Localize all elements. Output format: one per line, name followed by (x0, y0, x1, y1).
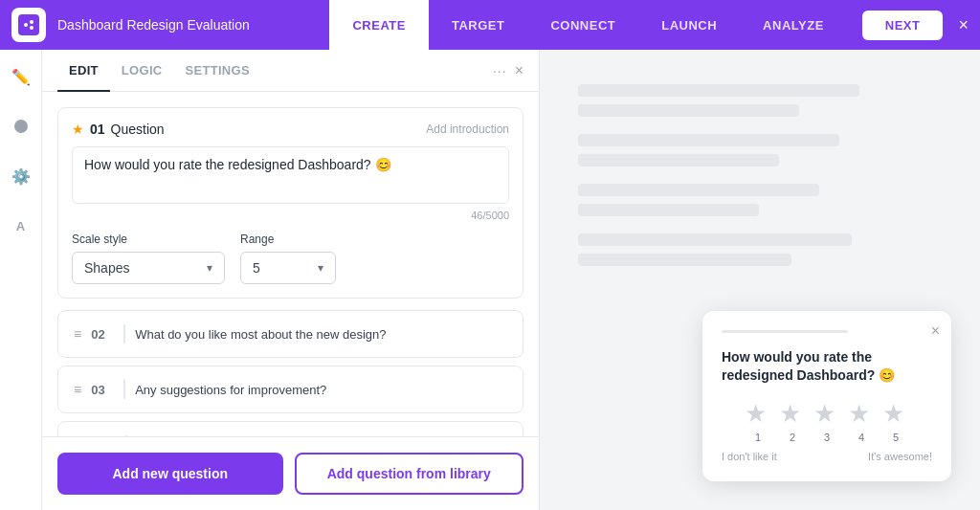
add-new-question-button[interactable]: Add new question (57, 453, 283, 495)
star-2-label: 2 (790, 432, 795, 443)
panel-content: ★ 01 Question Add introduction 46/5000 S… (42, 92, 539, 436)
add-from-library-button[interactable]: Add question from library (295, 453, 524, 495)
question-01-textarea[interactable] (72, 146, 509, 204)
range-chevron: ▾ (318, 261, 323, 275)
svg-point-3 (14, 120, 28, 133)
sidebar-edit-icon[interactable]: ✏️ (6, 61, 36, 92)
q02-number: 02 (91, 327, 114, 342)
main-layout: ✏️ ⚙️ A EDIT LOGIC SETTINGS ··· × (0, 50, 980, 510)
star-1-label: 1 (755, 432, 761, 443)
question-02[interactable]: ≡ 02 What do you like most about the new… (57, 310, 523, 358)
range-group: Range 5 ▾ (240, 233, 336, 284)
add-question-actions: Add new question Add question from libra… (42, 436, 539, 510)
star-2[interactable]: ★ 2 (779, 401, 806, 443)
add-introduction-link[interactable]: Add introduction (426, 122, 509, 136)
scale-controls: Scale style Shapes ▾ Range 5 ▾ (72, 233, 509, 284)
star-4-label: 4 (858, 432, 864, 443)
app-logo (11, 8, 46, 42)
scale-style-value: Shapes (84, 260, 129, 276)
skeleton-line-7 (578, 233, 852, 246)
nav-tab-connect[interactable]: CONNECT (527, 0, 638, 50)
preview-panel: × How would you rate the redesigned Dash… (540, 50, 980, 510)
question-01-type: Question (111, 122, 165, 137)
close-button[interactable]: × (958, 16, 969, 33)
translate-label: A (16, 219, 25, 233)
survey-title: Dashboard Redesign Evaluation (57, 17, 329, 33)
question-03[interactable]: ≡ 03 Any suggestions for improvement? (57, 366, 523, 413)
char-count: 46/5000 (72, 210, 509, 221)
skeleton-lines (540, 69, 980, 281)
top-navigation: Dashboard Redesign Evaluation CREATE TAR… (0, 0, 980, 50)
nav-tab-create[interactable]: CREATE (329, 0, 428, 50)
skeleton-line-8 (578, 254, 791, 266)
star-3[interactable]: ★ 3 (813, 401, 840, 443)
nav-tab-launch[interactable]: LAUNCH (638, 0, 740, 50)
range-value: 5 (253, 260, 260, 276)
scale-style-select[interactable]: Shapes ▾ (72, 252, 225, 284)
q02-icon: ≡ (74, 326, 81, 342)
nav-tab-group: CREATE TARGET CONNECT LAUNCH ANALYZE (329, 0, 846, 50)
question-01-number-group: ★ 01 Question (72, 122, 165, 137)
star-2-shape: ★ (779, 401, 806, 428)
star-1-shape: ★ (745, 401, 771, 428)
next-button[interactable]: NEXT (862, 11, 944, 40)
svg-point-1 (30, 20, 33, 24)
svg-point-0 (24, 23, 28, 27)
rating-label-right: It's awesome! (868, 451, 932, 462)
star-1[interactable]: ★ 1 (745, 401, 771, 443)
range-label: Range (240, 233, 336, 246)
more-options-icon[interactable]: ··· (493, 63, 507, 78)
question-04[interactable]: ⊞ 04 Thank you for your feedback! 💜 (57, 421, 523, 436)
panel-tab-bar: EDIT LOGIC SETTINGS ··· × (42, 50, 539, 92)
q02-text: What do you like most about the new desi… (135, 327, 507, 342)
skeleton-line-5 (578, 184, 819, 196)
skeleton-line-4 (578, 154, 779, 166)
q03-icon: ≡ (74, 382, 81, 397)
q02-divider (123, 324, 125, 344)
card-question-title: How would you rate the redesigned Dashbo… (722, 348, 932, 386)
nav-tab-analyze[interactable]: ANALYZE (740, 0, 847, 50)
question-01-active: ★ 01 Question Add introduction 46/5000 S… (57, 107, 523, 299)
sidebar-translate-icon[interactable]: A (6, 211, 36, 241)
nav-tab-target[interactable]: TARGET (429, 0, 527, 50)
q03-divider (123, 380, 125, 399)
tab-settings[interactable]: SETTINGS (173, 50, 260, 92)
question-star-icon: ★ (72, 122, 84, 137)
q03-number: 03 (91, 383, 114, 397)
question-01-num: 01 (90, 122, 105, 137)
tab-logic[interactable]: LOGIC (110, 50, 174, 92)
logo-mark (18, 14, 39, 35)
left-sidebar: ✏️ ⚙️ A (0, 50, 42, 510)
svg-point-2 (30, 26, 33, 30)
card-close-button[interactable]: × (931, 322, 940, 340)
scale-style-group: Scale style Shapes ▾ (72, 233, 225, 284)
star-5-shape: ★ (882, 401, 909, 428)
skeleton-line-3 (578, 134, 839, 146)
scale-style-chevron: ▾ (207, 261, 212, 275)
star-3-label: 3 (824, 432, 830, 443)
skeleton-line-2 (578, 104, 799, 117)
star-rating-group: ★ 1 ★ 2 ★ 3 ★ 4 ★ 5 (722, 401, 932, 443)
scale-style-label: Scale style (72, 233, 225, 246)
question-01-header: ★ 01 Question Add introduction (72, 122, 509, 137)
panel-actions: ··· × (493, 62, 523, 79)
star-4[interactable]: ★ 4 (848, 401, 875, 443)
rating-labels: I don't like it It's awesome! (722, 451, 932, 462)
star-3-shape: ★ (813, 401, 840, 428)
skeleton-line-6 (578, 204, 759, 216)
preview-card: × How would you rate the redesigned Dash… (702, 311, 951, 481)
tab-edit[interactable]: EDIT (57, 50, 110, 92)
survey-panel: EDIT LOGIC SETTINGS ··· × ★ 01 Question … (42, 50, 540, 510)
q03-text: Any suggestions for improvement? (135, 383, 507, 397)
star-4-shape: ★ (848, 401, 875, 428)
sidebar-settings-icon[interactable]: ⚙️ (6, 161, 36, 191)
range-select[interactable]: 5 ▾ (240, 252, 336, 284)
sidebar-theme-icon[interactable] (6, 111, 36, 142)
star-5[interactable]: ★ 5 (882, 401, 909, 443)
skeleton-line-1 (578, 84, 859, 97)
rating-label-left: I don't like it (722, 451, 777, 462)
card-top-bar (722, 330, 848, 333)
panel-close-icon[interactable]: × (515, 62, 523, 79)
star-5-label: 5 (893, 432, 899, 443)
